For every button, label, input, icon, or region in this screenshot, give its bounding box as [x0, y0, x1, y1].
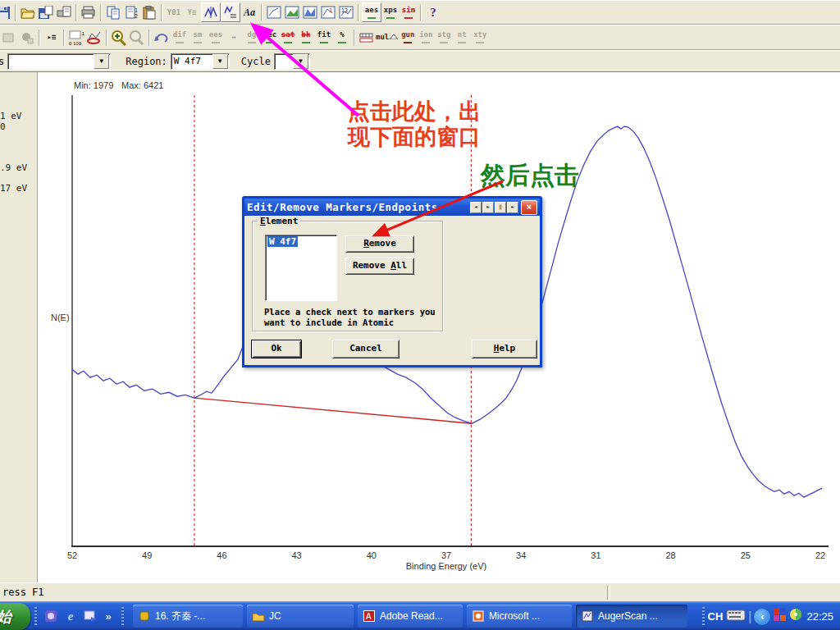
multiplex-icon[interactable]: mul: [376, 29, 399, 47]
remove-all-button[interactable]: Remove All: [345, 258, 414, 275]
cancel-button[interactable]: Cancel: [332, 340, 399, 358]
smooth-icon[interactable]: sm: [189, 29, 207, 47]
mode-aes-icon[interactable]: aes: [362, 2, 381, 22]
gun-icon[interactable]: gun: [399, 29, 417, 47]
deconvolute-icon[interactable]: dec: [261, 29, 279, 47]
expand-icon[interactable]: ↔: [225, 29, 243, 47]
separator: [261, 4, 262, 21]
element-group-label: Element: [258, 216, 300, 226]
print-icon[interactable]: [80, 3, 98, 21]
dialog-titlebar[interactable]: Edit/Remove Markers/Endpoints ◄ ► ‖ ► ×: [244, 199, 540, 216]
start-button[interactable]: 始: [0, 603, 30, 630]
edit-remove-markers-icon[interactable]: [221, 2, 240, 22]
peak-ylist-icon[interactable]: Y≡: [183, 3, 201, 21]
open-icon[interactable]: [19, 3, 37, 21]
tray-divider: |: [748, 609, 751, 624]
mode-xps-icon[interactable]: xps: [381, 3, 399, 21]
remove-button[interactable]: Remove: [345, 235, 414, 253]
close-icon[interactable]: ×: [521, 200, 537, 215]
shift-icon[interactable]: [18, 29, 36, 47]
augerscan-icon: [581, 609, 594, 623]
print-preview-icon[interactable]: [55, 3, 73, 21]
task-button-adobe[interactable]: A Adobe Read...: [358, 605, 463, 628]
chevron-down-icon[interactable]: ▼: [293, 54, 308, 69]
differentiate-icon[interactable]: dif: [171, 29, 189, 47]
xty-icon[interactable]: xty: [471, 29, 489, 47]
process-list-icon[interactable]: ▸≡: [43, 29, 61, 47]
ion-icon[interactable]: ion: [417, 29, 435, 47]
help-button[interactable]: Help: [472, 340, 537, 358]
separator: [148, 30, 150, 46]
chevron-more-icon[interactable]: »: [100, 608, 116, 624]
svg-text:22: 22: [815, 550, 825, 560]
nt-icon[interactable]: nt: [453, 29, 471, 47]
separator: [100, 4, 102, 21]
add-marker-icon[interactable]: [201, 2, 221, 22]
copy-numbered-icon[interactable]: 12: [122, 3, 140, 21]
copy-icon[interactable]: [104, 3, 122, 21]
dg-icon[interactable]: dg: [243, 29, 261, 47]
cycle-combobox[interactable]: ▼: [274, 53, 310, 70]
stage-icon[interactable]: stg: [435, 29, 453, 47]
help-icon[interactable]: ?: [424, 3, 442, 21]
svg-text:.1: .1: [80, 31, 84, 36]
save-icon[interactable]: [0, 3, 12, 21]
satellite-icon[interactable]: sat: [279, 29, 297, 47]
taskband-handle[interactable]: [121, 607, 124, 626]
chevron-down-icon[interactable]: ▼: [212, 54, 228, 69]
zoom-out-icon[interactable]: [128, 29, 146, 47]
chevron-down-icon[interactable]: ▼: [94, 54, 109, 69]
undo-icon[interactable]: [153, 29, 171, 47]
annotate-icon[interactable]: [0, 29, 18, 47]
quicklaunch-handle[interactable]: [34, 607, 37, 626]
svg-text:13: 13: [341, 7, 348, 13]
view-area-icon[interactable]: [301, 3, 319, 21]
ok-button[interactable]: Ok: [251, 340, 302, 358]
cd-ball-icon[interactable]: [789, 608, 803, 625]
background-icon[interactable]: bk: [297, 29, 315, 47]
clock[interactable]: 22:25: [806, 610, 833, 623]
text-annotation-icon[interactable]: Aa: [240, 3, 258, 21]
peak-y01-icon[interactable]: Y01: [165, 3, 183, 21]
save-as-icon[interactable]: [37, 3, 55, 21]
svg-text:N(E): N(E): [51, 313, 70, 322]
hide-icons-icon[interactable]: ‹: [754, 609, 770, 625]
marker-listbox[interactable]: W 4f7: [265, 235, 337, 301]
input-language-indicator[interactable]: CH: [708, 610, 724, 623]
region-combobox[interactable]: W 4f7 ▼: [171, 53, 230, 70]
fit-icon[interactable]: fit: [315, 29, 333, 47]
overlay-icon[interactable]: [85, 29, 103, 47]
paste-icon[interactable]: [140, 3, 158, 21]
keyboard-icon[interactable]: [726, 609, 746, 624]
task-button-powerpoint[interactable]: Microsoft ...: [467, 605, 572, 628]
internet-explorer-icon[interactable]: e: [62, 608, 79, 624]
ruler-icon[interactable]: [358, 29, 376, 47]
pause-icon[interactable]: ‖: [495, 202, 506, 213]
task-button-folder-jc[interactable]: JC: [247, 605, 354, 628]
prev-region-icon[interactable]: ◄: [470, 202, 482, 213]
status-text: ress F1: [2, 587, 44, 598]
task-button-music[interactable]: 16. 齐秦 -...: [133, 605, 243, 628]
next-region-icon[interactable]: ►: [482, 202, 494, 213]
normalize-icon[interactable]: 0 100.1: [67, 29, 85, 47]
separator: [354, 30, 355, 46]
ees-icon[interactable]: ees: [207, 29, 225, 47]
view-stack-icon[interactable]: 13: [337, 3, 355, 21]
list-item-selected[interactable]: W 4f7: [267, 236, 298, 247]
view-multi-icon[interactable]: [283, 3, 301, 21]
media-player-icon[interactable]: [43, 608, 59, 624]
antivirus-icon[interactable]: [773, 608, 787, 625]
tray-handle[interactable]: [702, 607, 705, 626]
zoom-in-icon[interactable]: [110, 29, 128, 47]
view-one-icon[interactable]: 1: [319, 3, 337, 21]
view-line-icon[interactable]: [265, 3, 283, 21]
last-region-icon[interactable]: ►: [507, 202, 518, 213]
left-panel-clipped: 1 eV 0 .9 eV 17 eV: [0, 72, 38, 582]
percent-icon[interactable]: %: [333, 29, 351, 47]
mode-sim-icon[interactable]: sim: [399, 3, 418, 21]
show-desktop-icon[interactable]: [82, 608, 98, 624]
separator: [15, 4, 16, 21]
element-combobox[interactable]: ▼: [7, 53, 111, 70]
task-button-augerscan[interactable]: AugerScan ...: [576, 605, 687, 628]
energy-label-fragment: 1 eV: [0, 111, 22, 121]
